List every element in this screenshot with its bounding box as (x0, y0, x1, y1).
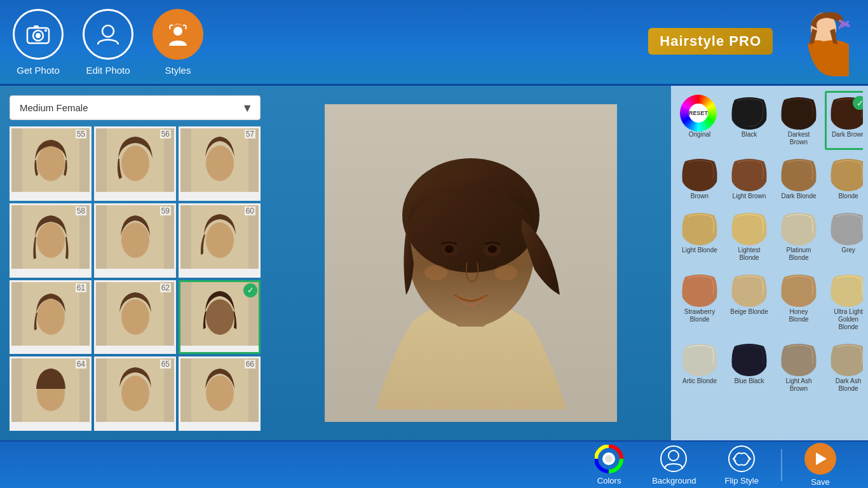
darkest-brown-swatch-container (779, 95, 818, 130)
brown-swatch-container (680, 156, 719, 191)
color-label-original: Original (689, 131, 710, 139)
light-brown-swatch-container (729, 156, 769, 191)
black-swatch-svg (729, 95, 769, 130)
dark-blonde-swatch-container (779, 156, 818, 191)
style-item-65[interactable]: 65 (94, 356, 176, 431)
color-item-blue-black[interactable]: Blue Black (726, 337, 773, 396)
color-item-beige-blonde[interactable]: Beige Blonde (726, 268, 773, 335)
colors-label: Colors (597, 476, 621, 485)
style-category-dropdown[interactable]: Medium Female (10, 95, 261, 120)
blue-black-swatch-container (729, 341, 769, 376)
background-icon (660, 445, 688, 473)
color-label-light-blonde: Light Blonde (682, 247, 717, 254)
toolbar-background[interactable]: Background (639, 442, 709, 489)
style-item-60[interactable]: 60 (179, 203, 261, 278)
svg-point-25 (37, 299, 65, 335)
style-item-66[interactable]: 66 (179, 356, 261, 431)
color-label-ultra-light-golden-blonde: Ultra Light Golden Blonde (829, 308, 863, 331)
colors-icon (595, 445, 623, 473)
photo-frame (325, 104, 617, 422)
svg-rect-3 (34, 25, 39, 29)
style-item-56[interactable]: 56 (94, 126, 176, 201)
lightest-blonde-swatch-container (729, 210, 769, 245)
style-item-63[interactable]: ✓ (179, 280, 261, 355)
color-label-light-ash-brown: Light Ash Brown (779, 377, 818, 393)
color-item-darkest-brown[interactable]: Darkest Brown (775, 91, 822, 150)
svg-point-50 (668, 451, 679, 461)
color-label-honey-blonde: Honey Blonde (779, 308, 818, 323)
color-label-dark-ash-blonde: Dark Ash Blonde (829, 377, 863, 393)
black-swatch-container (729, 95, 769, 130)
svg-point-27 (121, 299, 149, 335)
svg-point-17 (206, 146, 234, 181)
style-item-62[interactable]: 62 (94, 280, 176, 355)
svg-point-35 (206, 376, 234, 411)
camera-icon (13, 9, 64, 60)
app-logo: Hairstyle PRO (648, 6, 855, 76)
nav-item-edit-photo[interactable]: Edit Photo (83, 9, 133, 76)
dark-brown-swatch-container: ✓ (829, 95, 863, 130)
style-number-58: 58 (76, 207, 86, 215)
color-item-ultra-light-golden-blonde[interactable]: Ultra Light Golden Blonde (825, 268, 863, 335)
style-item-55[interactable]: 55 (10, 126, 92, 201)
style-item-61[interactable]: 61 (10, 280, 92, 355)
reset-swatch-container: RESET (680, 95, 719, 130)
color-item-dark-ash-blonde[interactable]: Dark Ash Blonde (825, 337, 863, 396)
style-item-64[interactable]: 64 (10, 356, 92, 431)
color-item-lightest-blonde[interactable]: Lightest Blonde (726, 207, 773, 266)
color-grid: RESET Original Black (676, 91, 863, 396)
nav-item-get-photo[interactable]: Get Photo (13, 9, 64, 76)
style-item-58[interactable]: 58 (10, 203, 92, 278)
save-button[interactable]: Save (792, 440, 849, 488)
svg-point-2 (36, 33, 41, 38)
flip-style-label: Flip Style (725, 476, 759, 485)
style-number-55: 55 (76, 130, 86, 139)
color-label-beige-blonde: Beige Blonde (730, 308, 768, 316)
dark-ash-blonde-swatch-container (829, 341, 863, 376)
styles-icon (153, 9, 203, 60)
color-item-black[interactable]: Black (726, 91, 773, 150)
color-item-blonde[interactable]: Blonde (825, 152, 863, 204)
background-label: Background (652, 476, 696, 485)
svg-point-42 (445, 245, 454, 253)
color-item-grey[interactable]: Grey (825, 207, 863, 266)
color-label-dark-brown: Dark Brown (832, 131, 863, 139)
style-number-59: 59 (160, 207, 171, 215)
style-number-60: 60 (245, 207, 255, 215)
style-item-59[interactable]: 59 (94, 203, 176, 278)
color-item-reset[interactable]: RESET Original (676, 91, 723, 150)
color-label-brown: Brown (691, 193, 709, 200)
color-label-strawberry-blonde: Strawberry Blonde (680, 308, 719, 323)
style-category-dropdown-container: Medium Female ▼ (10, 95, 261, 120)
style-number-66: 66 (245, 360, 255, 369)
color-item-platinum-blonde[interactable]: Platinum Blonde (775, 207, 822, 266)
svg-point-44 (424, 265, 447, 280)
logo-text: Hairstyle PRO (648, 28, 773, 55)
color-item-dark-blonde[interactable]: Dark Blonde (775, 152, 822, 204)
color-item-dark-brown[interactable]: ✓ Dark Brown (825, 91, 863, 150)
color-item-brown[interactable]: Brown (676, 152, 723, 204)
color-label-artic-blonde: Artic Blonde (682, 377, 717, 385)
color-label-blue-black: Blue Black (734, 377, 764, 385)
save-label: Save (811, 477, 830, 487)
color-item-honey-blonde[interactable]: Honey Blonde (775, 268, 822, 335)
style-item-57[interactable]: 57 (179, 126, 261, 201)
style-number-65: 65 (160, 360, 171, 369)
get-photo-label: Get Photo (17, 65, 60, 76)
grey-swatch-container (829, 210, 863, 245)
artic-blonde-swatch-container (680, 341, 719, 376)
color-item-artic-blonde[interactable]: Artic Blonde (676, 337, 723, 396)
style-number-57: 57 (245, 130, 255, 139)
svg-point-33 (121, 376, 149, 411)
color-item-light-blonde[interactable]: Light Blonde (676, 207, 723, 266)
color-item-strawberry-blonde[interactable]: Strawberry Blonde (676, 268, 723, 335)
color-label-black: Black (742, 131, 757, 139)
style-number-62: 62 (160, 283, 171, 292)
nav-item-styles[interactable]: Styles (153, 9, 203, 76)
reset-inner: RESET (689, 104, 708, 123)
toolbar-colors[interactable]: Colors (582, 442, 636, 489)
color-item-light-ash-brown[interactable]: Light Ash Brown (775, 337, 822, 396)
style-number-64: 64 (76, 360, 86, 369)
toolbar-flip-style[interactable]: Flip Style (712, 442, 771, 489)
color-item-light-brown[interactable]: Light Brown (726, 152, 773, 204)
